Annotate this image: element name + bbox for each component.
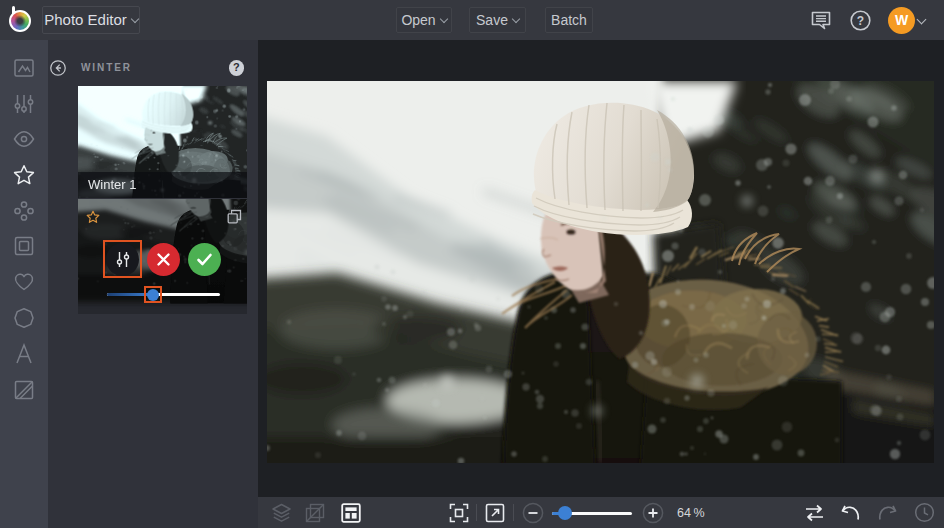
svg-text:?: ? [857, 14, 864, 28]
